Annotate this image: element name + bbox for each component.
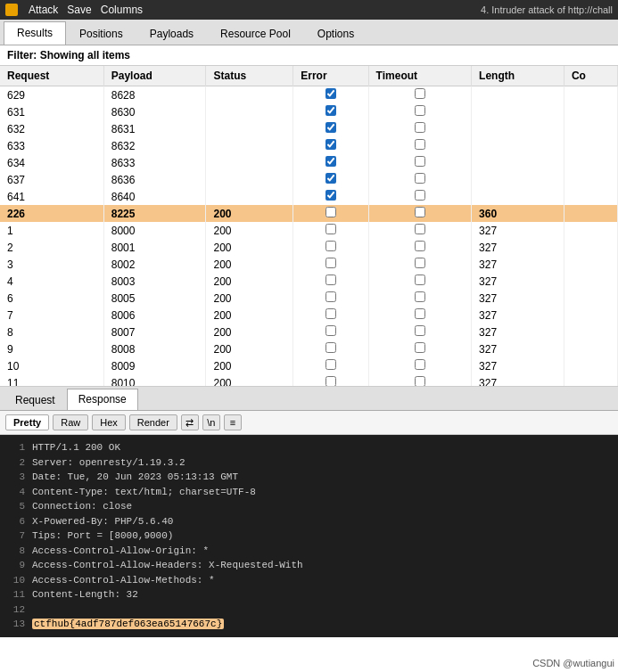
cell-status: 200 bbox=[206, 290, 293, 307]
filter-icon[interactable]: ⇄ bbox=[181, 414, 199, 430]
btn-hex[interactable]: Hex bbox=[92, 414, 126, 430]
cell-length: 327 bbox=[472, 256, 564, 273]
cell-comment bbox=[564, 357, 617, 374]
cell-error[interactable] bbox=[293, 86, 368, 104]
table-row[interactable]: 38002200327 bbox=[0, 256, 618, 273]
cell-comment bbox=[564, 256, 617, 273]
columns-menu[interactable]: Columns bbox=[101, 4, 143, 16]
tab-results[interactable]: Results bbox=[4, 21, 66, 45]
col-payload[interactable]: Payload bbox=[103, 66, 206, 86]
tab-positions[interactable]: Positions bbox=[66, 22, 136, 45]
table-row[interactable]: 48003200327 bbox=[0, 273, 618, 290]
cell-timeout[interactable] bbox=[368, 120, 472, 137]
cell-comment bbox=[564, 222, 617, 239]
response-line: 5Connection: close bbox=[7, 499, 611, 514]
cell-error[interactable] bbox=[293, 307, 368, 324]
cell-error[interactable] bbox=[293, 324, 368, 340]
top-bar: Attack Save Columns 4. Intruder attack o… bbox=[0, 0, 618, 20]
cell-timeout[interactable] bbox=[368, 324, 472, 340]
cell-error[interactable] bbox=[293, 374, 368, 387]
cell-timeout[interactable] bbox=[368, 256, 472, 273]
cell-timeout[interactable] bbox=[368, 340, 472, 357]
cell-error[interactable] bbox=[293, 137, 368, 154]
cell-payload: 8640 bbox=[103, 188, 206, 205]
cell-length: 327 bbox=[472, 307, 564, 324]
col-error[interactable]: Error bbox=[293, 66, 368, 86]
table-row[interactable]: 108009200327 bbox=[0, 357, 618, 374]
cell-status bbox=[206, 188, 293, 205]
tab-response[interactable]: Response bbox=[67, 389, 138, 410]
cell-timeout[interactable] bbox=[368, 374, 472, 387]
save-menu[interactable]: Save bbox=[67, 4, 91, 16]
cell-error[interactable] bbox=[293, 340, 368, 357]
table-row[interactable]: 78006200327 bbox=[0, 307, 618, 324]
cell-timeout[interactable] bbox=[368, 171, 472, 188]
table-row[interactable]: 6338632 bbox=[0, 137, 618, 154]
table-row[interactable]: 6318630 bbox=[0, 103, 618, 120]
table-row[interactable]: 18000200327 bbox=[0, 222, 618, 239]
cell-error[interactable] bbox=[293, 273, 368, 290]
menu-icon[interactable]: ≡ bbox=[224, 414, 242, 430]
cell-status bbox=[206, 103, 293, 120]
cell-error[interactable] bbox=[293, 205, 368, 222]
cell-timeout[interactable] bbox=[368, 86, 472, 104]
table-row[interactable]: 6298628 bbox=[0, 86, 618, 104]
cell-timeout[interactable] bbox=[368, 154, 472, 171]
btn-render[interactable]: Render bbox=[129, 414, 177, 430]
cell-error[interactable] bbox=[293, 171, 368, 188]
cell-timeout[interactable] bbox=[368, 357, 472, 374]
table-row[interactable]: 6348633 bbox=[0, 154, 618, 171]
col-request[interactable]: Request bbox=[0, 66, 103, 86]
cell-error[interactable] bbox=[293, 222, 368, 239]
cell-timeout[interactable] bbox=[368, 273, 472, 290]
table-row[interactable]: 6328631 bbox=[0, 120, 618, 137]
cell-status: 200 bbox=[206, 324, 293, 340]
cell-error[interactable] bbox=[293, 357, 368, 374]
btn-raw[interactable]: Raw bbox=[53, 414, 88, 430]
cell-comment bbox=[564, 137, 617, 154]
cell-timeout[interactable] bbox=[368, 103, 472, 120]
cell-payload: 8009 bbox=[103, 357, 206, 374]
cell-timeout[interactable] bbox=[368, 290, 472, 307]
cell-error[interactable] bbox=[293, 239, 368, 256]
col-timeout[interactable]: Timeout bbox=[368, 66, 472, 86]
cell-error[interactable] bbox=[293, 154, 368, 171]
col-status[interactable]: Status bbox=[206, 66, 293, 86]
cell-payload: 8002 bbox=[103, 256, 206, 273]
btn-pretty[interactable]: Pretty bbox=[5, 414, 49, 430]
cell-status bbox=[206, 137, 293, 154]
cell-error[interactable] bbox=[293, 120, 368, 137]
cell-timeout[interactable] bbox=[368, 307, 472, 324]
table-row[interactable]: 6418640 bbox=[0, 188, 618, 205]
cell-request: 634 bbox=[0, 154, 103, 171]
cell-error[interactable] bbox=[293, 256, 368, 273]
cell-timeout[interactable] bbox=[368, 239, 472, 256]
tab-payloads[interactable]: Payloads bbox=[136, 22, 207, 45]
col-length[interactable]: Length bbox=[472, 66, 564, 86]
cell-status: 200 bbox=[206, 239, 293, 256]
cell-comment bbox=[564, 154, 617, 171]
table-row[interactable]: 88007200327 bbox=[0, 324, 618, 340]
table-row[interactable]: 98008200327 bbox=[0, 340, 618, 357]
cell-timeout[interactable] bbox=[368, 222, 472, 239]
tab-options[interactable]: Options bbox=[304, 22, 367, 45]
newline-icon[interactable]: \n bbox=[202, 414, 220, 430]
table-row[interactable]: 28001200327 bbox=[0, 239, 618, 256]
table-row[interactable]: 2268225200360 bbox=[0, 205, 618, 222]
col-comment[interactable]: Co bbox=[564, 66, 617, 86]
cell-error[interactable] bbox=[293, 188, 368, 205]
attack-menu[interactable]: Attack bbox=[29, 4, 58, 16]
cell-error[interactable] bbox=[293, 290, 368, 307]
table-row[interactable]: 118010200327 bbox=[0, 374, 618, 387]
table-row[interactable]: 6378636 bbox=[0, 171, 618, 188]
cell-request: 631 bbox=[0, 103, 103, 120]
cell-request: 8 bbox=[0, 324, 103, 340]
cell-timeout[interactable] bbox=[368, 205, 472, 222]
tab-resource-pool[interactable]: Resource Pool bbox=[207, 22, 304, 45]
cell-error[interactable] bbox=[293, 103, 368, 120]
table-row[interactable]: 68005200327 bbox=[0, 290, 618, 307]
response-toolbar: Pretty Raw Hex Render ⇄ \n ≡ bbox=[0, 411, 618, 435]
cell-timeout[interactable] bbox=[368, 188, 472, 205]
cell-timeout[interactable] bbox=[368, 137, 472, 154]
tab-request[interactable]: Request bbox=[4, 389, 67, 410]
